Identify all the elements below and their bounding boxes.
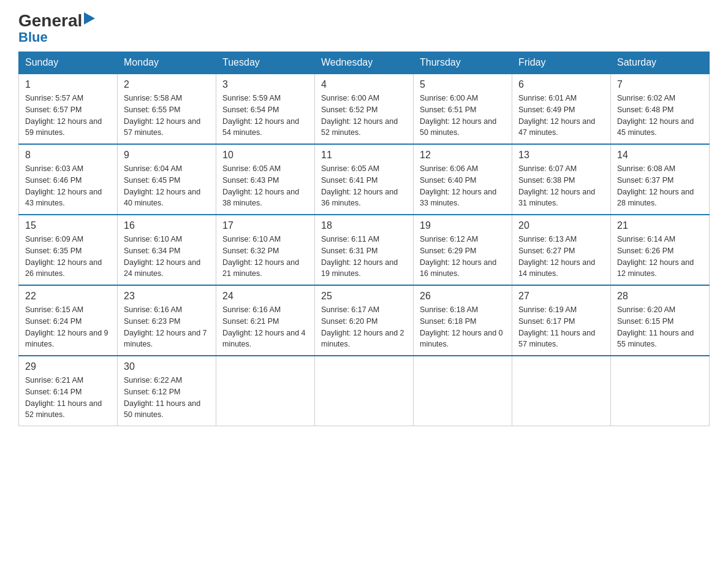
day-number: 17 — [222, 220, 308, 231]
calendar-cell — [512, 356, 611, 426]
calendar-cell: 22Sunrise: 6:15 AMSunset: 6:24 PMDayligh… — [19, 285, 118, 356]
day-number: 25 — [321, 291, 407, 302]
day-info: Sunrise: 6:11 AMSunset: 6:31 PMDaylight:… — [321, 234, 407, 280]
calendar-cell: 12Sunrise: 6:06 AMSunset: 6:40 PMDayligh… — [414, 144, 512, 215]
day-info: Sunrise: 6:22 AMSunset: 6:12 PMDaylight:… — [124, 375, 210, 421]
weekday-header-sunday: Sunday — [19, 52, 118, 74]
day-info: Sunrise: 6:00 AMSunset: 6:51 PMDaylight:… — [420, 93, 506, 139]
page-header: General Blue — [18, 12, 710, 45]
calendar-cell: 30Sunrise: 6:22 AMSunset: 6:12 PMDayligh… — [118, 356, 216, 426]
day-info: Sunrise: 6:09 AMSunset: 6:35 PMDaylight:… — [25, 234, 111, 280]
day-number: 12 — [420, 150, 506, 161]
calendar-cell: 24Sunrise: 6:16 AMSunset: 6:21 PMDayligh… — [216, 285, 315, 356]
calendar-cell: 3Sunrise: 5:59 AMSunset: 6:54 PMDaylight… — [216, 74, 315, 144]
day-info: Sunrise: 6:00 AMSunset: 6:52 PMDaylight:… — [321, 93, 407, 139]
day-info: Sunrise: 5:57 AMSunset: 6:57 PMDaylight:… — [25, 93, 111, 139]
day-number: 6 — [518, 79, 604, 90]
day-info: Sunrise: 5:58 AMSunset: 6:55 PMDaylight:… — [124, 93, 210, 139]
calendar-cell: 10Sunrise: 6:05 AMSunset: 6:43 PMDayligh… — [216, 144, 315, 215]
day-info: Sunrise: 6:21 AMSunset: 6:14 PMDaylight:… — [25, 375, 111, 421]
calendar-cell: 26Sunrise: 6:18 AMSunset: 6:18 PMDayligh… — [414, 285, 512, 356]
weekday-header-friday: Friday — [512, 52, 611, 74]
calendar-cell: 20Sunrise: 6:13 AMSunset: 6:27 PMDayligh… — [512, 215, 611, 285]
calendar-cell: 1Sunrise: 5:57 AMSunset: 6:57 PMDaylight… — [19, 74, 118, 144]
calendar-cell: 2Sunrise: 5:58 AMSunset: 6:55 PMDaylight… — [118, 74, 216, 144]
day-number: 29 — [25, 361, 111, 372]
calendar-cell: 11Sunrise: 6:05 AMSunset: 6:41 PMDayligh… — [315, 144, 414, 215]
day-number: 27 — [518, 291, 604, 302]
day-number: 13 — [518, 150, 604, 161]
calendar-cell: 6Sunrise: 6:01 AMSunset: 6:49 PMDaylight… — [512, 74, 611, 144]
calendar-cell: 29Sunrise: 6:21 AMSunset: 6:14 PMDayligh… — [19, 356, 118, 426]
calendar-cell: 14Sunrise: 6:08 AMSunset: 6:37 PMDayligh… — [611, 144, 710, 215]
day-info: Sunrise: 6:10 AMSunset: 6:34 PMDaylight:… — [124, 234, 210, 280]
calendar-cell: 27Sunrise: 6:19 AMSunset: 6:17 PMDayligh… — [512, 285, 611, 356]
calendar-cell — [216, 356, 315, 426]
calendar-cell: 23Sunrise: 6:16 AMSunset: 6:23 PMDayligh… — [118, 285, 216, 356]
calendar-cell: 15Sunrise: 6:09 AMSunset: 6:35 PMDayligh… — [19, 215, 118, 285]
day-info: Sunrise: 6:07 AMSunset: 6:38 PMDaylight:… — [518, 163, 604, 209]
day-info: Sunrise: 6:16 AMSunset: 6:23 PMDaylight:… — [124, 304, 210, 350]
calendar-cell: 13Sunrise: 6:07 AMSunset: 6:38 PMDayligh… — [512, 144, 611, 215]
weekday-header-tuesday: Tuesday — [216, 52, 315, 74]
weekday-header-wednesday: Wednesday — [315, 52, 414, 74]
day-number: 4 — [321, 79, 407, 90]
day-number: 10 — [222, 150, 308, 161]
calendar-cell — [315, 356, 414, 426]
day-info: Sunrise: 6:02 AMSunset: 6:48 PMDaylight:… — [617, 93, 703, 139]
day-number: 28 — [617, 291, 703, 302]
calendar-cell: 19Sunrise: 6:12 AMSunset: 6:29 PMDayligh… — [414, 215, 512, 285]
day-number: 19 — [420, 220, 506, 231]
day-number: 5 — [420, 79, 506, 90]
day-number: 18 — [321, 220, 407, 231]
logo-blue: Blue — [18, 29, 48, 45]
calendar-table: SundayMondayTuesdayWednesdayThursdayFrid… — [18, 52, 710, 426]
weekday-header-monday: Monday — [118, 52, 216, 74]
day-info: Sunrise: 6:05 AMSunset: 6:43 PMDaylight:… — [222, 163, 308, 209]
day-info: Sunrise: 6:12 AMSunset: 6:29 PMDaylight:… — [420, 234, 506, 280]
svg-marker-0 — [84, 12, 95, 25]
day-number: 11 — [321, 150, 407, 161]
day-number: 30 — [124, 361, 210, 372]
calendar-cell: 25Sunrise: 6:17 AMSunset: 6:20 PMDayligh… — [315, 285, 414, 356]
logo-general: General — [18, 12, 82, 29]
day-number: 26 — [420, 291, 506, 302]
day-number: 14 — [617, 150, 703, 161]
day-number: 22 — [25, 291, 111, 302]
day-info: Sunrise: 5:59 AMSunset: 6:54 PMDaylight:… — [222, 93, 308, 139]
calendar-cell: 18Sunrise: 6:11 AMSunset: 6:31 PMDayligh… — [315, 215, 414, 285]
day-number: 23 — [124, 291, 210, 302]
calendar-cell: 17Sunrise: 6:10 AMSunset: 6:32 PMDayligh… — [216, 215, 315, 285]
day-info: Sunrise: 6:17 AMSunset: 6:20 PMDaylight:… — [321, 304, 407, 350]
logo: General Blue — [18, 12, 95, 45]
day-number: 7 — [617, 79, 703, 90]
calendar-cell: 8Sunrise: 6:03 AMSunset: 6:46 PMDaylight… — [19, 144, 118, 215]
calendar-week-4: 22Sunrise: 6:15 AMSunset: 6:24 PMDayligh… — [19, 285, 710, 356]
calendar-cell: 7Sunrise: 6:02 AMSunset: 6:48 PMDaylight… — [611, 74, 710, 144]
calendar-cell: 4Sunrise: 6:00 AMSunset: 6:52 PMDaylight… — [315, 74, 414, 144]
day-info: Sunrise: 6:13 AMSunset: 6:27 PMDaylight:… — [518, 234, 604, 280]
day-info: Sunrise: 6:08 AMSunset: 6:37 PMDaylight:… — [617, 163, 703, 209]
calendar-cell — [611, 356, 710, 426]
calendar-week-1: 1Sunrise: 5:57 AMSunset: 6:57 PMDaylight… — [19, 74, 710, 144]
day-number: 16 — [124, 220, 210, 231]
weekday-header-row: SundayMondayTuesdayWednesdayThursdayFrid… — [19, 52, 710, 74]
calendar-cell: 21Sunrise: 6:14 AMSunset: 6:26 PMDayligh… — [611, 215, 710, 285]
calendar-cell: 5Sunrise: 6:00 AMSunset: 6:51 PMDaylight… — [414, 74, 512, 144]
day-number: 20 — [518, 220, 604, 231]
day-info: Sunrise: 6:04 AMSunset: 6:45 PMDaylight:… — [124, 163, 210, 209]
day-info: Sunrise: 6:19 AMSunset: 6:17 PMDaylight:… — [518, 304, 604, 350]
day-number: 3 — [222, 79, 308, 90]
day-number: 8 — [25, 150, 111, 161]
calendar-week-2: 8Sunrise: 6:03 AMSunset: 6:46 PMDaylight… — [19, 144, 710, 215]
calendar-week-5: 29Sunrise: 6:21 AMSunset: 6:14 PMDayligh… — [19, 356, 710, 426]
day-info: Sunrise: 6:20 AMSunset: 6:15 PMDaylight:… — [617, 304, 703, 350]
day-info: Sunrise: 6:06 AMSunset: 6:40 PMDaylight:… — [420, 163, 506, 209]
day-info: Sunrise: 6:05 AMSunset: 6:41 PMDaylight:… — [321, 163, 407, 209]
calendar-week-3: 15Sunrise: 6:09 AMSunset: 6:35 PMDayligh… — [19, 215, 710, 285]
day-number: 2 — [124, 79, 210, 90]
day-number: 1 — [25, 79, 111, 90]
day-info: Sunrise: 6:18 AMSunset: 6:18 PMDaylight:… — [420, 304, 506, 350]
day-number: 9 — [124, 150, 210, 161]
day-info: Sunrise: 6:16 AMSunset: 6:21 PMDaylight:… — [222, 304, 308, 350]
